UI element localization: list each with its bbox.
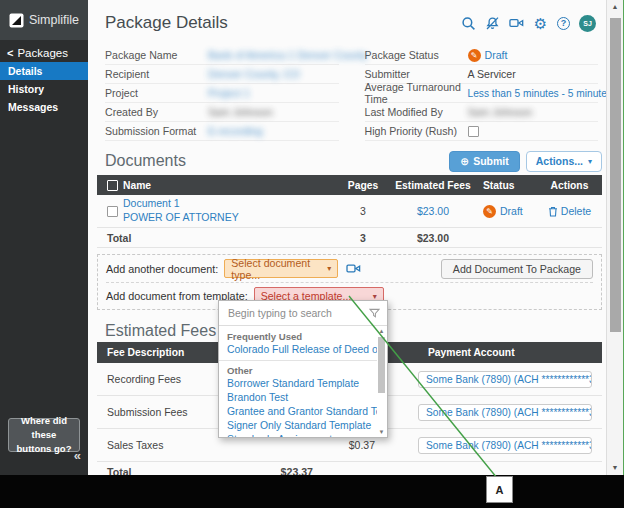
where-did-buttons-go-button[interactable]: Where did these buttons go?	[8, 418, 80, 452]
document-type-link[interactable]: POWER OF ATTORNEY	[123, 211, 335, 225]
template-option[interactable]: Colorado Full Release of Deed of Trust	[219, 343, 377, 357]
simplifile-logo-icon	[9, 13, 24, 28]
vertical-scrollbar[interactable]: ▲ ▼	[606, 0, 623, 475]
group-other: Other	[219, 362, 377, 377]
high-priority-checkbox[interactable]	[468, 126, 479, 137]
app-window: Simplifile < Packages Details History Me…	[0, 0, 624, 508]
fees-total-row: Total $23.37	[97, 462, 602, 475]
field-project: Project Project 1	[105, 84, 339, 103]
field-last-modified: Last Modified By Sam Johnson	[365, 103, 599, 122]
dropdown-scrollbar[interactable]: ▲ ▼	[377, 328, 386, 435]
template-dropdown-panel: Frequently Used Colorado Full Release of…	[218, 300, 388, 438]
delete-trash-icon	[548, 206, 558, 217]
draft-status-icon: ✎	[468, 49, 481, 62]
video-camera-icon[interactable]	[509, 16, 524, 31]
payment-account-select[interactable]: Some Bank (7890) (ACH ************3456) …	[418, 371, 592, 388]
scroll-down-icon[interactable]: ▼	[377, 429, 386, 435]
scroll-up-icon[interactable]: ▲	[607, 3, 623, 10]
settings-gear-icon[interactable]: ⚙	[533, 16, 548, 31]
select-all-checkbox[interactable]	[107, 180, 118, 191]
chevron-down-icon: ▾	[588, 157, 592, 166]
sidebar: Simplifile < Packages Details History Me…	[0, 0, 88, 475]
template-option[interactable]: Brandon Test	[219, 391, 377, 405]
group-frequently-used: Frequently Used	[219, 328, 377, 343]
document-pages: 3	[335, 205, 391, 217]
field-submission-format: Submission Format E-recording	[105, 122, 339, 141]
scrollbar-thumb[interactable]	[610, 18, 621, 332]
documents-table: Name Pages Estimated Fees Status Actions…	[97, 175, 602, 248]
search-icon[interactable]	[461, 16, 476, 31]
add-document-to-package-button[interactable]: Add Document To Package	[441, 259, 593, 279]
payment-account-select[interactable]: Some Bank (7890) (ACH ************3456) …	[418, 437, 592, 454]
documents-total-row: Total 3 $23.00	[97, 228, 602, 248]
document-status: Draft	[500, 205, 523, 217]
documents-table-header: Name Pages Estimated Fees Status Actions	[97, 175, 602, 195]
notifications-off-icon[interactable]	[485, 16, 500, 31]
draft-status-icon: ✎	[483, 205, 496, 218]
template-option[interactable]: Borrower Standard Template	[219, 377, 377, 391]
brand-header: Simplifile	[0, 0, 88, 40]
field-recipient: Recipient Denver County, CO	[105, 65, 339, 84]
scroll-up-icon[interactable]: ▲	[377, 328, 386, 334]
payment-account-select[interactable]: Some Bank (7890) (ACH ************3456) …	[418, 404, 592, 421]
submission-format-value[interactable]: E-recording	[208, 125, 339, 137]
field-turnaround: Average Turnaround Time Less than 5 minu…	[365, 84, 599, 103]
template-search-input[interactable]	[226, 306, 365, 320]
dropdown-caret-icon: ▾	[319, 264, 331, 273]
collapse-sidebar-icon[interactable]: «	[74, 448, 81, 463]
back-chevron-icon: <	[7, 47, 13, 59]
submit-plus-icon: ⊕	[460, 155, 469, 167]
submitter-value: A Servicer	[468, 68, 599, 80]
package-status-value[interactable]: Draft	[485, 49, 508, 61]
sales-tax-amount: $0.37	[305, 439, 375, 451]
annotation-label-a: A	[486, 476, 513, 503]
document-fees-link[interactable]: $23.00	[391, 205, 475, 217]
page-title: Package Details	[105, 13, 228, 33]
project-value[interactable]: Project 1	[208, 87, 339, 99]
document-type-select[interactable]: Select document type... ▾	[224, 259, 338, 278]
document-name-link[interactable]: Document 1	[123, 197, 335, 211]
field-created-by: Created By Sam Johnson	[105, 103, 339, 122]
submit-button[interactable]: ⊕ Submit	[449, 151, 519, 172]
field-package-name: Package Name Bank of America 1 Denver Co…	[105, 46, 339, 65]
template-option[interactable]: Signer Only Standard Template	[219, 419, 377, 433]
actions-button[interactable]: Actions... ▾	[526, 151, 602, 172]
template-option[interactable]: Grantee and Grantor Standard Template	[219, 405, 377, 419]
sidebar-item-history[interactable]: History	[0, 80, 88, 98]
help-icon[interactable]: ?	[557, 17, 570, 30]
bottom-bar	[0, 475, 624, 508]
scroll-down-icon[interactable]: ▼	[607, 464, 623, 471]
turnaround-value[interactable]: Less than 5 minutes - 5 minutes	[468, 88, 599, 99]
template-option[interactable]: Standard - Assignment	[219, 433, 377, 438]
filter-funnel-icon	[369, 308, 380, 319]
created-by-value: Sam Johnson	[208, 106, 339, 118]
field-package-status: Package Status ✎ Draft	[365, 46, 599, 65]
document-row: Document 1 POWER OF ATTORNEY 3 $23.00 ✎ …	[97, 195, 602, 228]
documents-title: Documents	[105, 152, 186, 170]
last-modified-value: Sam Johnson	[468, 106, 599, 118]
scrollbar-thumb[interactable]	[378, 337, 385, 393]
sidebar-item-messages[interactable]: Messages	[0, 98, 88, 116]
user-avatar[interactable]: SJ	[579, 15, 596, 32]
package-name-value[interactable]: Bank of America 1 Denver County	[208, 49, 339, 61]
video-camera-icon[interactable]	[346, 262, 361, 275]
package-details-fields: Package Name Bank of America 1 Denver Co…	[97, 46, 602, 141]
add-another-document-label: Add another document:	[106, 263, 218, 275]
recipient-value[interactable]: Denver County, CO	[208, 68, 339, 80]
delete-document-button[interactable]: Delete	[537, 205, 602, 217]
sidebar-item-details[interactable]: Details	[0, 62, 88, 80]
field-high-priority: High Priority (Rush)	[365, 122, 599, 141]
brand-name: Simplifile	[29, 13, 79, 27]
sidebar-item-packages[interactable]: < Packages	[0, 43, 88, 62]
document-checkbox[interactable]	[107, 206, 118, 217]
